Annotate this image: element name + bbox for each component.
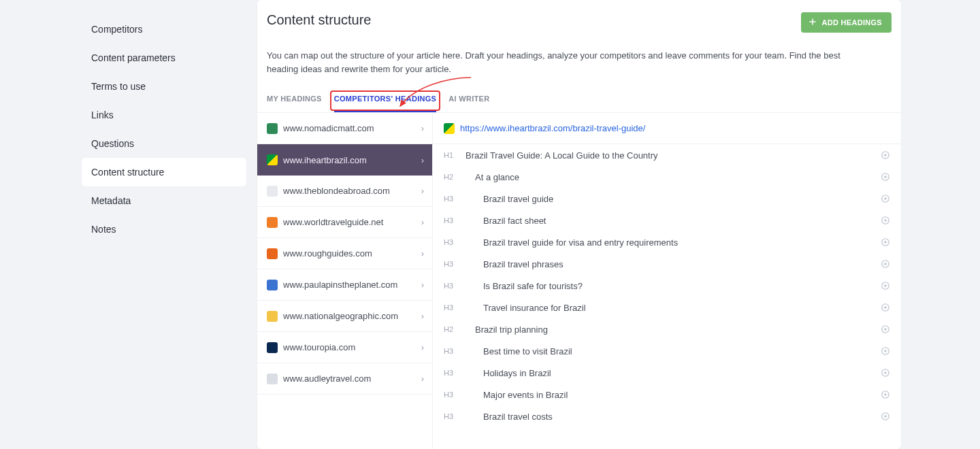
heading-row: H3Brazil travel guide for visa and entry… <box>433 231 901 253</box>
competitor-domain: www.touropia.com <box>283 342 355 352</box>
heading-level-badge: H2 <box>444 325 459 333</box>
heading-row: H3Is Brazil safe for tourists? <box>433 275 901 297</box>
competitor-item[interactable]: www.paulapinstheplanet.com› <box>257 269 432 301</box>
heading-text: At a glance <box>475 172 881 182</box>
favicon-icon <box>267 123 278 134</box>
heading-text: Travel insurance for Brazil <box>483 303 881 313</box>
add-heading-icon[interactable] <box>881 325 890 334</box>
heading-level-badge: H3 <box>444 238 459 246</box>
add-heading-icon[interactable] <box>881 172 890 182</box>
favicon-icon <box>267 373 278 384</box>
heading-level-badge: H3 <box>444 195 459 203</box>
heading-rows: H1Brazil Travel Guide: A Local Guide to … <box>433 144 901 449</box>
main: Content structure ADD HEADINGS You can m… <box>246 0 980 449</box>
add-heading-icon[interactable] <box>881 150 890 160</box>
heading-level-badge: H3 <box>444 282 459 290</box>
heading-level-badge: H3 <box>444 412 459 420</box>
competitor-item[interactable]: www.nationalgeographic.com› <box>257 301 432 332</box>
competitor-item[interactable]: www.touropia.com› <box>257 332 432 363</box>
favicon-icon <box>267 186 278 197</box>
heading-level-badge: H3 <box>444 390 459 399</box>
heading-row: H3Holidays in Brazil <box>433 362 901 384</box>
heading-text: Brazil fact sheet <box>483 216 881 226</box>
tab-ai-writer[interactable]: AI WRITER <box>448 95 489 112</box>
heading-level-badge: H3 <box>444 303 459 312</box>
heading-text: Brazil travel guide <box>483 194 881 204</box>
favicon-icon <box>267 248 278 259</box>
favicon-icon <box>444 123 455 134</box>
chevron-right-icon: › <box>421 311 424 321</box>
content-structure-panel: Content structure ADD HEADINGS You can m… <box>257 0 901 449</box>
competitor-domain: www.roughguides.com <box>283 248 372 259</box>
add-heading-icon[interactable] <box>881 412 890 421</box>
headings-panel: https://www.iheartbrazil.com/brazil-trav… <box>433 113 901 449</box>
sidebar-item-terms-to-use[interactable]: Terms to use <box>82 72 246 101</box>
heading-level-badge: H3 <box>444 369 459 377</box>
sidebar-item-metadata[interactable]: Metadata <box>82 186 246 215</box>
chevron-right-icon: › <box>421 280 424 290</box>
chevron-right-icon: › <box>421 155 424 165</box>
add-heading-icon[interactable] <box>881 281 890 290</box>
add-heading-icon[interactable] <box>881 390 890 399</box>
heading-row: H3Best time to visit Brazil <box>433 340 901 362</box>
plus-icon <box>808 17 817 28</box>
heading-row: H3Brazil fact sheet <box>433 210 901 231</box>
heading-row: H3Brazil travel costs <box>433 405 901 427</box>
heading-row: H2At a glance <box>433 166 901 188</box>
heading-text: Best time to visit Brazil <box>483 346 881 356</box>
competitor-url-link[interactable]: https://www.iheartbrazil.com/brazil-trav… <box>460 123 645 133</box>
sidebar-item-links[interactable]: Links <box>82 101 246 129</box>
add-heading-icon[interactable] <box>881 259 890 269</box>
heading-row: H1Brazil Travel Guide: A Local Guide to … <box>433 144 901 166</box>
chevron-right-icon: › <box>421 342 424 352</box>
heading-text: Brazil travel guide for visa and entry r… <box>483 237 881 248</box>
page-description: You can map out the structure of your ar… <box>257 33 883 76</box>
competitor-item[interactable]: www.worldtravelguide.net› <box>257 207 432 238</box>
add-heading-icon[interactable] <box>881 216 890 225</box>
add-heading-icon[interactable] <box>881 368 890 378</box>
chevron-right-icon: › <box>421 123 424 133</box>
tab-my-headings[interactable]: MY HEADINGS <box>267 95 322 112</box>
sidebar: CompetitorsContent parametersTerms to us… <box>0 0 246 449</box>
heading-level-badge: H3 <box>444 216 459 224</box>
competitor-domain: www.nationalgeographic.com <box>283 311 398 321</box>
add-headings-button[interactable]: ADD HEADINGS <box>801 12 892 33</box>
favicon-icon <box>267 154 278 165</box>
sidebar-item-competitors[interactable]: Competitors <box>82 15 246 44</box>
sidebar-item-questions[interactable]: Questions <box>82 129 246 158</box>
heading-row: H3Brazil travel guide <box>433 188 901 210</box>
favicon-icon <box>267 280 278 290</box>
favicon-icon <box>267 311 278 322</box>
favicon-icon <box>267 217 278 228</box>
competitor-item[interactable]: www.roughguides.com› <box>257 238 432 269</box>
chevron-right-icon: › <box>421 217 424 227</box>
add-heading-icon[interactable] <box>881 303 890 312</box>
competitor-item[interactable]: www.theblondeabroad.com› <box>257 176 432 207</box>
tabs: MY HEADINGSCOMPETITORS' HEADINGSAI WRITE… <box>257 76 901 113</box>
chevron-right-icon: › <box>421 373 424 384</box>
competitor-item[interactable]: www.audleytravel.com› <box>257 363 432 395</box>
heading-text: Brazil Travel Guide: A Local Guide to th… <box>466 150 881 161</box>
competitor-domain: www.paulapinstheplanet.com <box>283 280 397 290</box>
sidebar-item-content-parameters[interactable]: Content parameters <box>82 44 246 72</box>
heading-text: Brazil travel costs <box>483 412 881 422</box>
competitor-domain: www.worldtravelguide.net <box>283 217 383 227</box>
heading-level-badge: H3 <box>444 347 459 355</box>
heading-level-badge: H2 <box>444 173 459 181</box>
sidebar-item-content-structure[interactable]: Content structure <box>82 158 246 186</box>
heading-row: H3Major events in Brazil <box>433 384 901 405</box>
tab-competitors-headings[interactable]: COMPETITORS' HEADINGS <box>334 95 437 112</box>
heading-row: H3Brazil travel phrases <box>433 253 901 275</box>
competitor-item[interactable]: www.iheartbrazil.com› <box>257 144 432 176</box>
sidebar-item-notes[interactable]: Notes <box>82 215 246 244</box>
add-heading-icon[interactable] <box>881 237 890 247</box>
add-heading-icon[interactable] <box>881 194 890 203</box>
competitor-domain: www.iheartbrazil.com <box>283 155 367 165</box>
competitor-domain: www.theblondeabroad.com <box>283 186 390 196</box>
heading-text: Brazil travel phrases <box>483 259 881 269</box>
add-heading-icon[interactable] <box>881 346 890 356</box>
competitor-list: www.nomadicmatt.com›www.iheartbrazil.com… <box>257 113 433 449</box>
competitor-url-bar: https://www.iheartbrazil.com/brazil-trav… <box>433 113 901 144</box>
chevron-right-icon: › <box>421 248 424 259</box>
competitor-item[interactable]: www.nomadicmatt.com› <box>257 113 432 144</box>
